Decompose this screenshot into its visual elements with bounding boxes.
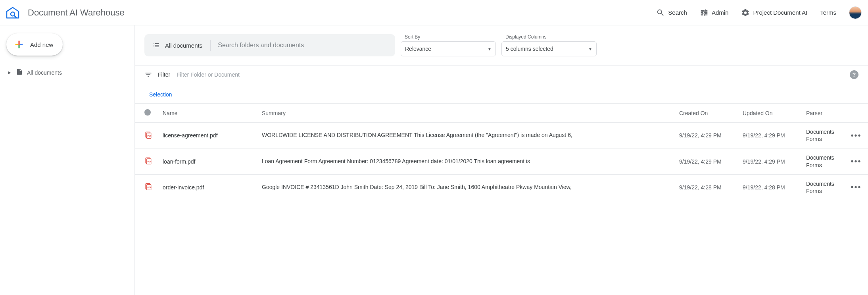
row-menu-button[interactable]: ••• [850, 131, 862, 140]
project-label: Project Document AI [753, 9, 807, 16]
admin-label: Admin [712, 9, 729, 16]
top-bar: Document AI Warehouse Search Admin Proje… [0, 0, 868, 25]
sort-selector: Sort By Relevance ▼ [401, 34, 496, 56]
doc-created: 9/19/22, 4:28 PM [674, 174, 737, 200]
add-new-label: Add new [30, 41, 53, 48]
selection-row: Selection [135, 84, 868, 103]
sidebar-item-all-documents[interactable]: ▶ All documents [6, 66, 128, 79]
svg-rect-5 [15, 44, 19, 45]
col-header-created[interactable]: Created On [674, 104, 737, 123]
svg-text:PDF: PDF [148, 187, 152, 189]
caret-right-icon: ▶ [8, 70, 11, 75]
controls-row: All documents Sort By Relevance ▼ Displa… [135, 25, 868, 65]
doc-updated: 9/19/22, 4:29 PM [737, 123, 801, 148]
search-label: Search [668, 9, 687, 16]
doc-parser: DocumentsForms [806, 180, 839, 195]
svg-line-1 [14, 15, 16, 17]
sidebar: Add new ▶ All documents [0, 25, 135, 295]
search-action[interactable]: Search [656, 8, 687, 17]
add-new-button[interactable]: Add new [6, 33, 63, 56]
selection-link[interactable]: Selection [149, 91, 172, 98]
doc-name: license-agreement.pdf [163, 132, 218, 139]
pdf-icon: PDF [144, 157, 152, 165]
svg-text:PDF: PDF [148, 135, 152, 137]
select-all-toggle[interactable] [144, 109, 151, 116]
doc-updated: 9/19/22, 4:29 PM [737, 148, 801, 174]
sort-value: Relevance [405, 46, 431, 52]
main: All documents Sort By Relevance ▼ Displa… [135, 25, 868, 295]
gear-icon [741, 8, 750, 17]
search-pill: All documents [144, 34, 395, 56]
tune-icon [700, 8, 709, 17]
logo-area: Document AI Warehouse [5, 5, 125, 21]
help-icon[interactable]: ? [850, 70, 858, 79]
filter-icon [144, 71, 152, 79]
sidebar-item-label: All documents [27, 69, 62, 76]
table-header-row: Name Summary Created On Updated On Parse… [135, 104, 868, 123]
filter-input[interactable] [176, 71, 844, 78]
doc-created: 9/19/22, 4:29 PM [674, 148, 737, 174]
table-row[interactable]: PDForder-invoice.pdfGoogle INVOICE # 234… [135, 174, 868, 200]
search-icon [656, 8, 665, 17]
pdf-icon: PDF [144, 183, 152, 191]
project-action[interactable]: Project Document AI [741, 8, 807, 17]
product-logo-icon [5, 5, 21, 21]
doc-created: 9/19/22, 4:29 PM [674, 123, 737, 148]
app-title: Document AI Warehouse [28, 8, 125, 18]
document-icon [16, 68, 23, 77]
doc-name: loan-form.pdf [163, 158, 195, 165]
col-header-updated[interactable]: Updated On [737, 104, 801, 123]
scope-label: All documents [165, 42, 202, 49]
chevron-down-icon: ▼ [488, 47, 492, 51]
col-header-parser[interactable]: Parser [801, 104, 844, 123]
avatar[interactable] [849, 6, 862, 19]
doc-parser: DocumentsForms [806, 154, 839, 168]
doc-summary: Google INVOICE # 23413561D John Smith Da… [262, 183, 668, 191]
doc-name: order-invoice.pdf [163, 184, 204, 191]
filter-row: Filter ? [135, 66, 868, 84]
columns-dropdown[interactable]: 5 columns selected ▼ [501, 41, 597, 56]
row-menu-button[interactable]: ••• [850, 183, 862, 192]
doc-summary: Loan Agreement Form Agreement Number: 01… [262, 158, 668, 166]
sort-dropdown[interactable]: Relevance ▼ [401, 41, 496, 56]
list-icon [152, 41, 160, 49]
svg-rect-4 [18, 45, 19, 48]
doc-updated: 9/19/22, 4:28 PM [737, 174, 801, 200]
columns-selector: Displayed Columns 5 columns selected ▼ [501, 34, 597, 56]
row-menu-button[interactable]: ••• [850, 157, 862, 166]
svg-text:PDF: PDF [148, 160, 152, 163]
table-row[interactable]: PDFloan-form.pdfLoan Agreement Form Agre… [135, 148, 868, 174]
documents-table: Name Summary Created On Updated On Parse… [135, 103, 868, 200]
columns-label: Displayed Columns [501, 34, 597, 40]
chevron-down-icon: ▼ [588, 47, 592, 51]
svg-rect-3 [20, 44, 23, 45]
table-row[interactable]: PDFlicense-agreement.pdfWORLDWIDE LICENS… [135, 123, 868, 148]
sidebar-tree: ▶ All documents [6, 66, 128, 79]
terms-label: Terms [820, 9, 836, 16]
search-input[interactable] [211, 34, 395, 56]
svg-rect-6 [18, 44, 19, 45]
columns-value: 5 columns selected [506, 46, 553, 52]
admin-action[interactable]: Admin [700, 8, 729, 17]
svg-rect-2 [18, 41, 19, 44]
col-header-name[interactable]: Name [157, 104, 256, 123]
plus-icon [13, 39, 25, 50]
doc-parser: DocumentsForms [806, 128, 839, 143]
terms-action[interactable]: Terms [820, 9, 836, 16]
doc-summary: WORLDWIDE LICENSE AND DISTRIBUTION AGREE… [262, 131, 668, 139]
top-actions: Search Admin Project Document AI Terms [656, 6, 862, 19]
scope-selector[interactable]: All documents [144, 34, 210, 56]
pdf-icon: PDF [144, 131, 152, 139]
filter-label: Filter [158, 71, 170, 78]
sort-label: Sort By [401, 34, 496, 40]
col-header-summary[interactable]: Summary [256, 104, 674, 123]
